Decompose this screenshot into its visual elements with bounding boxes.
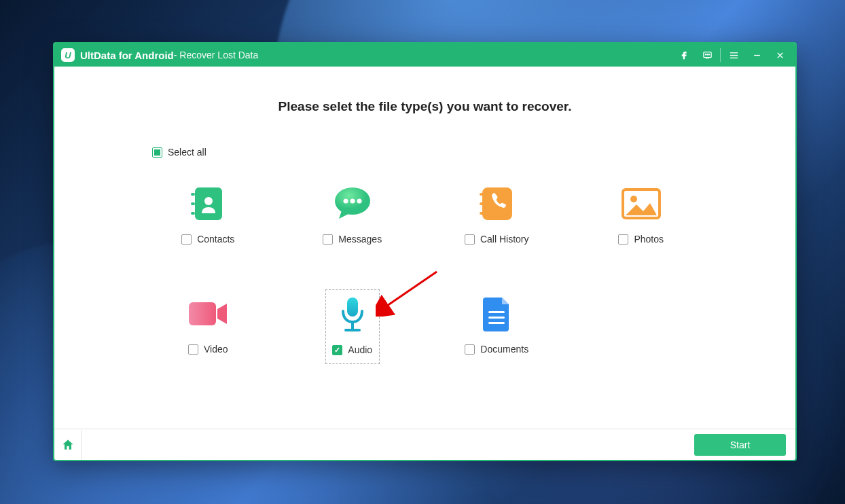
- svg-rect-29: [488, 322, 505, 324]
- file-type-label: Video: [204, 344, 228, 355]
- checkbox-icon: [618, 234, 628, 245]
- file-type-label: Messages: [338, 234, 382, 245]
- file-type-documents[interactable]: Documents: [429, 289, 564, 364]
- svg-rect-26: [344, 329, 361, 331]
- app-subtitle: - Recover Lost Data: [174, 50, 259, 60]
- facebook-icon[interactable]: [672, 43, 696, 67]
- svg-rect-9: [191, 193, 195, 196]
- call-history-icon: [480, 183, 514, 224]
- checkbox-icon: [181, 234, 192, 245]
- svg-rect-25: [351, 322, 354, 329]
- checkbox-icon: [188, 344, 198, 355]
- svg-rect-28: [488, 317, 505, 319]
- svg-point-15: [350, 199, 355, 204]
- close-button[interactable]: [768, 43, 791, 67]
- checkbox-icon: [465, 344, 475, 355]
- start-button[interactable]: Start: [694, 434, 786, 456]
- svg-point-12: [204, 197, 213, 205]
- svg-rect-11: [191, 212, 195, 215]
- file-type-label: Photos: [634, 234, 664, 245]
- checkbox-checked-icon: [332, 345, 342, 355]
- svg-rect-23: [189, 302, 216, 325]
- checkbox-indeterminate-icon: [152, 147, 162, 158]
- content-area: Please selet the file type(s) you want t…: [54, 67, 795, 429]
- file-type-label: Documents: [480, 344, 528, 355]
- photos-icon: [622, 183, 661, 224]
- video-icon: [187, 293, 228, 334]
- file-type-call-history[interactable]: Call History: [429, 179, 564, 254]
- checkbox-icon: [465, 234, 475, 245]
- svg-rect-19: [480, 202, 483, 205]
- svg-point-14: [343, 199, 348, 204]
- svg-point-1: [705, 54, 706, 54]
- app-logo-icon: U: [61, 48, 75, 62]
- audio-icon: [338, 294, 367, 335]
- select-all-label: Select all: [168, 147, 206, 158]
- select-all-checkbox[interactable]: Select all: [152, 147, 206, 158]
- page-heading: Please selet the file type(s) you want t…: [54, 99, 795, 114]
- contacts-icon: [191, 183, 225, 224]
- svg-point-22: [630, 196, 637, 202]
- svg-rect-4: [730, 52, 737, 53]
- file-type-video[interactable]: Video: [140, 289, 276, 364]
- feedback-icon[interactable]: [696, 43, 719, 67]
- file-type-label: Contacts: [197, 234, 234, 245]
- svg-rect-27: [488, 311, 505, 313]
- file-type-audio[interactable]: Audio: [325, 289, 380, 364]
- file-type-contacts[interactable]: Contacts: [140, 179, 276, 254]
- messages-icon: [332, 183, 373, 224]
- file-type-messages[interactable]: Messages: [285, 179, 420, 254]
- titlebar-divider: [720, 48, 721, 62]
- app-window: U UltData for Android - Recover Lost Dat…: [53, 42, 797, 461]
- svg-point-3: [708, 54, 709, 54]
- svg-rect-10: [191, 202, 195, 205]
- menu-icon[interactable]: [722, 43, 745, 67]
- footer: Start: [54, 429, 795, 460]
- file-type-grid: Contacts: [136, 179, 713, 364]
- svg-rect-6: [730, 57, 737, 58]
- svg-rect-20: [480, 212, 483, 215]
- svg-point-16: [357, 199, 361, 204]
- svg-rect-18: [480, 193, 483, 196]
- titlebar: U UltData for Android - Recover Lost Dat…: [54, 43, 795, 67]
- svg-rect-7: [754, 54, 760, 55]
- file-type-label: Call History: [480, 234, 529, 245]
- home-button[interactable]: [54, 430, 82, 460]
- checkbox-icon: [323, 234, 333, 245]
- documents-icon: [482, 293, 511, 334]
- svg-point-2: [706, 54, 707, 54]
- file-type-photos[interactable]: Photos: [573, 179, 709, 254]
- minimize-button[interactable]: [745, 43, 768, 67]
- file-type-label: Audio: [348, 344, 372, 355]
- svg-rect-5: [730, 54, 737, 55]
- app-title: UltData for Android: [80, 50, 174, 61]
- svg-rect-24: [347, 298, 358, 317]
